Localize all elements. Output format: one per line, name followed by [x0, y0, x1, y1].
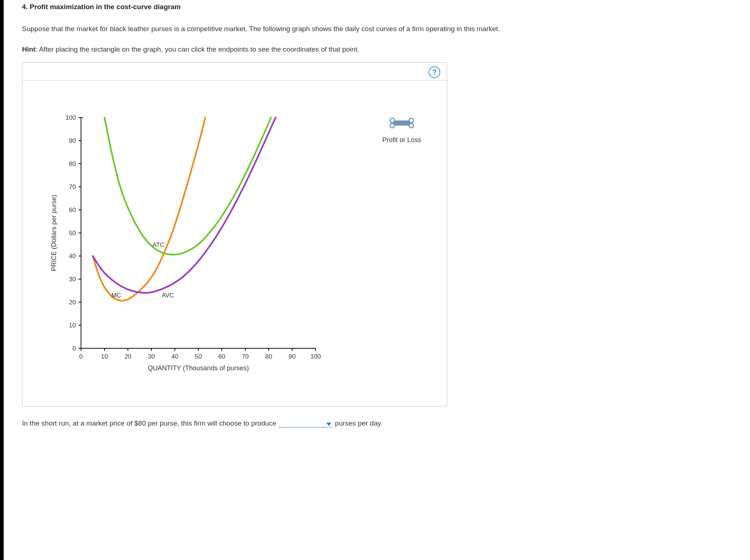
svg-text:60: 60	[218, 353, 225, 360]
svg-text:50: 50	[69, 230, 76, 237]
svg-text:10: 10	[69, 322, 76, 329]
svg-text:AVC: AVC	[162, 292, 174, 299]
svg-text:10: 10	[101, 353, 108, 360]
left-sidebar-stripe	[0, 0, 4, 560]
svg-text:PRICE (Dollars per purse): PRICE (Dollars per purse)	[50, 194, 58, 271]
answer-dropdown[interactable]	[279, 418, 333, 427]
svg-text:80: 80	[265, 353, 272, 360]
svg-text:0: 0	[73, 345, 76, 352]
svg-text:100: 100	[66, 114, 76, 121]
svg-text:60: 60	[69, 207, 76, 214]
legend-label: Profit or Loss	[367, 136, 437, 144]
svg-text:40: 40	[69, 253, 76, 260]
svg-text:70: 70	[69, 183, 76, 190]
answer-post-text: purses per day.	[335, 419, 383, 427]
chevron-down-icon	[326, 423, 331, 426]
svg-text:MC: MC	[111, 292, 121, 299]
svg-text:80: 80	[69, 160, 76, 167]
hint-label: Hint	[22, 45, 36, 53]
svg-text:90: 90	[69, 137, 76, 144]
question-hint: Hint: After placing the rectangle on the…	[22, 45, 739, 53]
profit-loss-rectangle-tool-icon[interactable]	[367, 116, 437, 130]
svg-point-53	[390, 118, 394, 123]
hint-text: : After placing the rectangle on the gra…	[36, 45, 359, 53]
legend: Profit or Loss	[367, 116, 437, 144]
svg-text:20: 20	[125, 353, 132, 360]
svg-point-55	[409, 118, 413, 123]
svg-text:0: 0	[79, 353, 82, 360]
answer-sentence: In the short run, at a market price of $…	[22, 418, 739, 427]
graph-toolbar: ?	[22, 63, 447, 81]
svg-text:20: 20	[69, 299, 76, 306]
cost-curve-chart[interactable]: 0102030405060708090100010203040506070809…	[48, 110, 327, 381]
svg-rect-52	[392, 120, 411, 126]
help-icon[interactable]: ?	[429, 66, 440, 78]
svg-point-56	[409, 123, 413, 128]
svg-point-54	[390, 123, 394, 128]
svg-text:50: 50	[195, 353, 202, 360]
svg-text:40: 40	[172, 353, 179, 360]
svg-text:QUANTITY (Thousands of purses): QUANTITY (Thousands of purses)	[148, 364, 249, 372]
svg-text:30: 30	[69, 276, 76, 283]
svg-text:100: 100	[310, 353, 321, 360]
answer-pre-text: In the short run, at a market price of $…	[22, 419, 276, 427]
svg-text:70: 70	[242, 353, 249, 360]
question-title: 4. Profit maximization in the cost-curve…	[22, 3, 739, 11]
svg-text:90: 90	[289, 353, 296, 360]
svg-text:ATC: ATC	[152, 241, 165, 248]
svg-text:30: 30	[148, 353, 155, 360]
graph-panel: ? 01020304050607080901000102030405060708…	[22, 62, 447, 407]
question-content: 4. Profit maximization in the cost-curve…	[4, 0, 750, 560]
question-prompt: Suppose that the market for black leathe…	[22, 22, 739, 36]
